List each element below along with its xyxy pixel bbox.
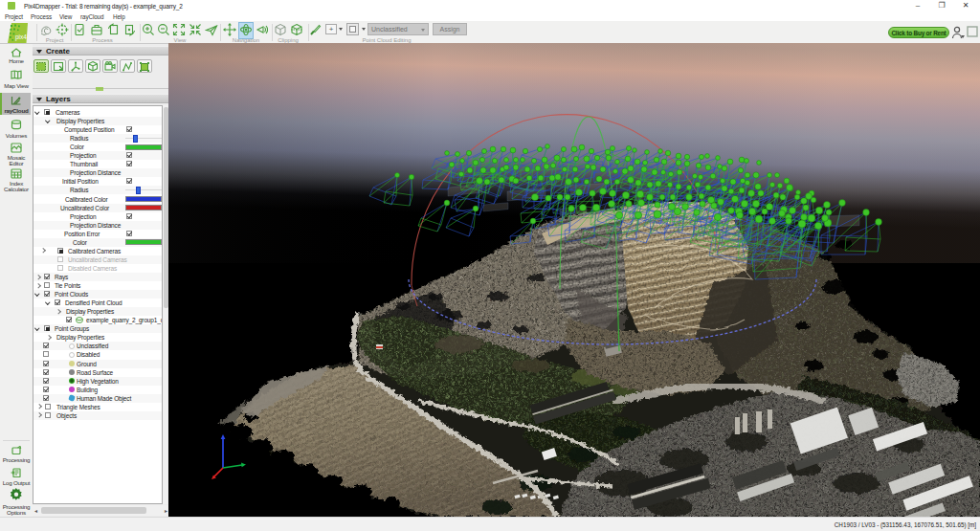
svg-text:pix4: pix4 [15,33,27,41]
